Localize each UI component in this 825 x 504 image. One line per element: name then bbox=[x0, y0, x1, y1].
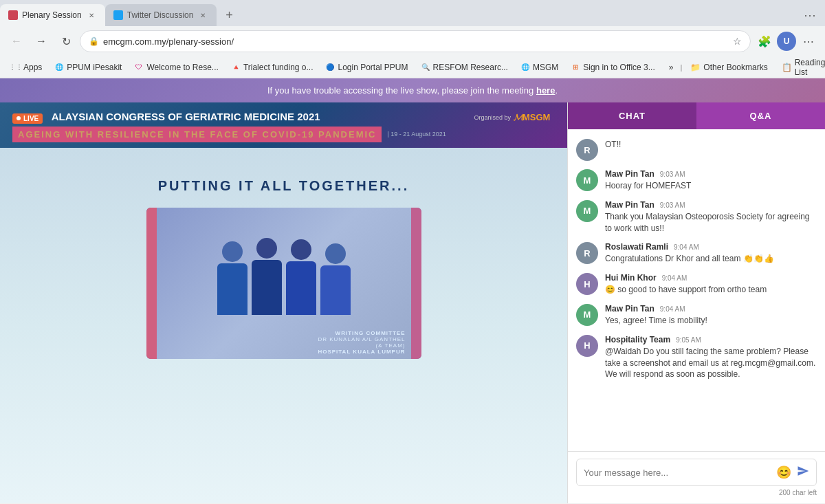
avatar: M bbox=[576, 304, 598, 326]
forward-button[interactable]: → bbox=[30, 30, 52, 52]
ppum-icon: 🌐 bbox=[54, 63, 64, 72]
video-area: LIVE ALAYSIAN CONGRESS OF GERIATRIC MEDI… bbox=[0, 102, 567, 503]
list-item: M Maw Pin Tan 9:04 AM Yes, agree! Time i… bbox=[568, 300, 825, 331]
tab-extras: ⋯ bbox=[800, 6, 820, 25]
nav-bar: ← → ↻ 🔒 emcgm.com.my/plenary-session/ ☆ … bbox=[0, 26, 825, 56]
list-item: H Hui Min Khor 9:04 AM 😊 so good to have… bbox=[568, 269, 825, 300]
list-item: R Roslawati Ramli 9:04 AM Congratulation… bbox=[568, 238, 825, 269]
message-content: Roslawati Ramli 9:04 AM Congratulations … bbox=[605, 242, 817, 265]
message-text: 😊 so good to have support from ortho tea… bbox=[605, 284, 817, 296]
tab-bar: Plenary Session ✕ Twitter Discussion ✕ +… bbox=[0, 0, 825, 26]
emoji-button[interactable]: 😊 bbox=[776, 465, 791, 480]
nav-actions: 🧩 U ⋯ bbox=[754, 30, 820, 52]
reading-list-button[interactable]: 📋 Reading List bbox=[776, 56, 825, 78]
bookmark-trialect[interactable]: 🔺 Trialect funding o... bbox=[226, 61, 319, 74]
resfom-icon: 🔍 bbox=[421, 63, 430, 72]
url-text: emcgm.com.my/plenary-session/ bbox=[103, 36, 729, 47]
message-text: Congratulations Dr Khor and all team 👏👏👍 bbox=[605, 253, 817, 265]
org-text: Organised by bbox=[474, 114, 511, 121]
browser-chrome: Plenary Session ✕ Twitter Discussion ✕ +… bbox=[0, 0, 825, 78]
doctor-3 bbox=[286, 239, 316, 315]
back-button[interactable]: ← bbox=[6, 30, 28, 52]
new-tab-button[interactable]: + bbox=[219, 6, 239, 25]
reading-list-label: Reading List bbox=[795, 58, 825, 77]
hospital-text: HOSPITAL KUALA LUMPUR bbox=[318, 349, 405, 355]
message-header: Roslawati Ramli 9:04 AM bbox=[605, 242, 817, 252]
extensions-button[interactable]: 🧩 bbox=[754, 30, 776, 52]
bookmark-office[interactable]: ⊞ Sign in to Office 3... bbox=[565, 61, 661, 74]
settings-button[interactable]: ⋯ bbox=[798, 30, 820, 52]
message-time: 9:03 AM bbox=[660, 201, 685, 209]
message-content: Hospitality Team 9:05 AM @Waidah Do you … bbox=[605, 335, 817, 380]
bookmark-star-icon[interactable]: ☆ bbox=[733, 36, 742, 47]
doctor-2 bbox=[252, 238, 282, 315]
apps-icon: ⋮⋮ bbox=[11, 63, 21, 72]
tab-plenary[interactable]: Plenary Session ✕ bbox=[0, 4, 105, 26]
message-content: OT!! bbox=[605, 139, 817, 151]
message-header: Maw Pin Tan 9:03 AM bbox=[605, 169, 817, 179]
avatar: M bbox=[576, 200, 598, 222]
tab-title-plenary: Plenary Session bbox=[22, 10, 82, 20]
tab-favicon-plenary bbox=[8, 10, 18, 20]
avatar: H bbox=[576, 273, 598, 295]
alert-link[interactable]: here bbox=[536, 85, 555, 96]
tab-qa[interactable]: Q&A bbox=[696, 102, 825, 129]
refresh-button[interactable]: ↻ bbox=[55, 30, 77, 52]
tab-title-twitter: Twitter Discussion bbox=[127, 10, 194, 20]
list-item: R OT!! bbox=[568, 135, 825, 165]
separator: | bbox=[680, 63, 682, 72]
message-header: Maw Pin Tan 9:03 AM bbox=[605, 200, 817, 210]
list-item: M Maw Pin Tan 9:03 AM Thank you Malaysia… bbox=[568, 196, 825, 239]
bookmark-login-label: Login Portal PPUM bbox=[338, 63, 408, 72]
message-time: 9:05 AM bbox=[676, 336, 701, 344]
lock-icon: 🔒 bbox=[89, 36, 99, 46]
tab-close-twitter[interactable]: ✕ bbox=[197, 10, 208, 21]
other-bookmarks[interactable]: 📁 Other Bookmarks bbox=[685, 61, 773, 74]
message-time: 9:04 AM bbox=[660, 305, 685, 313]
bookmark-resfom[interactable]: 🔍 RESFOM Researc... bbox=[415, 61, 514, 74]
tab-menu-button[interactable]: ⋯ bbox=[800, 6, 820, 25]
message-content: Maw Pin Tan 9:03 AM Hooray for HOMEFAST bbox=[605, 169, 817, 192]
message-author: Maw Pin Tan bbox=[605, 169, 654, 179]
chat-messages: R OT!! M Maw Pin Tan 9:03 AM Hooray for … bbox=[568, 129, 825, 451]
welcome-icon: 🛡 bbox=[134, 63, 144, 72]
message-header: Maw Pin Tan 9:04 AM bbox=[605, 304, 817, 314]
main-content: LIVE ALAYSIAN CONGRESS OF GERIATRIC MEDI… bbox=[0, 102, 825, 503]
office-icon: ⊞ bbox=[571, 63, 580, 72]
message-author: Hui Min Khor bbox=[605, 273, 657, 283]
char-count: 200 char left bbox=[576, 489, 817, 496]
message-text: @Waidah Do you still facing the same pro… bbox=[605, 346, 817, 380]
profile-button[interactable]: U bbox=[777, 32, 796, 51]
doctor-4 bbox=[320, 243, 351, 315]
bookmark-ppum[interactable]: 🌐 PPUM iPesakit bbox=[49, 61, 127, 74]
message-time: 9:03 AM bbox=[660, 171, 685, 178]
chat-panel: CHAT Q&A R OT!! M Maw Pin Tan 9:03 AM bbox=[567, 102, 825, 503]
message-text: OT!! bbox=[605, 139, 817, 151]
tab-twitter[interactable]: Twitter Discussion ✕ bbox=[105, 4, 217, 26]
bookmark-apps[interactable]: ⋮⋮ Apps bbox=[6, 61, 47, 74]
slide-org: Organised by 𝓜MSGM bbox=[474, 111, 555, 124]
doctors-photo: WRITING COMMITTEE DR KUNALAN A/L GANTHEL… bbox=[157, 208, 411, 359]
chat-input[interactable] bbox=[584, 468, 771, 478]
send-button[interactable] bbox=[797, 465, 809, 480]
message-content: Maw Pin Tan 9:03 AM Thank you Malaysian … bbox=[605, 200, 817, 234]
avatar: M bbox=[576, 169, 598, 191]
bookmark-msgm[interactable]: 🌐 MSGM bbox=[515, 61, 564, 74]
bookmark-welcome[interactable]: 🛡 Welcome to Rese... bbox=[129, 61, 223, 74]
bookmark-office-label: Sign in to Office 3... bbox=[583, 63, 655, 72]
live-dot bbox=[16, 116, 21, 120]
list-item: H Hospitality Team 9:05 AM @Waidah Do yo… bbox=[568, 331, 825, 384]
bookmark-login[interactable]: 🔵 Login Portal PPUM bbox=[320, 61, 413, 74]
address-bar[interactable]: 🔒 emcgm.com.my/plenary-session/ ☆ bbox=[80, 30, 751, 52]
bookmarks-more-button[interactable]: » bbox=[663, 61, 679, 74]
tab-chat[interactable]: CHAT bbox=[568, 102, 696, 129]
bookmarks-bar: ⋮⋮ Apps 🌐 PPUM iPesakit 🛡 Welcome to Res… bbox=[0, 56, 825, 78]
other-bookmarks-label: Other Bookmarks bbox=[703, 63, 767, 72]
presentation-slide: LIVE ALAYSIAN CONGRESS OF GERIATRIC MEDI… bbox=[0, 102, 567, 503]
message-text: Yes, agree! Time is mobility! bbox=[605, 315, 817, 327]
slide-caption: WRITING COMMITTEE DR KUNALAN A/L GANTHEL… bbox=[318, 330, 405, 355]
bookmark-welcome-label: Welcome to Rese... bbox=[146, 63, 218, 72]
message-header: Hui Min Khor 9:04 AM bbox=[605, 273, 817, 283]
slide-tagline: AGEING WITH RESILIENCE IN THE FACE OF CO… bbox=[12, 127, 382, 142]
tab-close-plenary[interactable]: ✕ bbox=[86, 10, 97, 21]
